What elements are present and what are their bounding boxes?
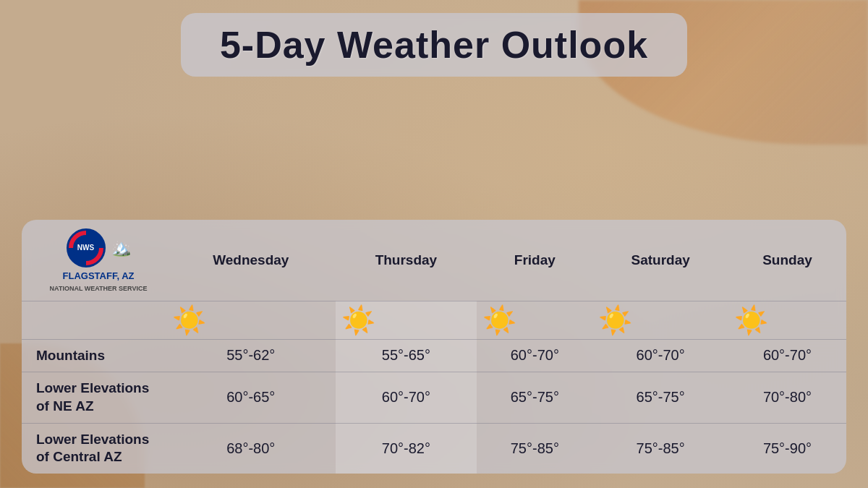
region-label: Lower Elevations of Central AZ: [22, 423, 166, 474]
temp-cell: 75°-85°: [592, 423, 728, 474]
temp-cell: 75°-90°: [728, 423, 846, 474]
nws-logo-circle: NWS: [67, 228, 106, 267]
header-thursday: Thursday: [336, 220, 477, 301]
table-row: Lower Elevations of Central AZ68°-80°70°…: [22, 423, 846, 474]
temp-cell: 70°-82°: [336, 423, 477, 474]
temp-cell: 70°-80°: [728, 372, 846, 423]
icon-sunday: ☀️: [728, 301, 846, 339]
weather-table: NWS 🏔️ FLAGSTAFF, AZ NATIONAL WEATHER SE…: [22, 220, 846, 474]
header-sunday: Sunday: [728, 220, 846, 301]
temp-cell: 60°-70°: [728, 339, 846, 372]
title-container: 5-Day Weather Outlook: [181, 13, 687, 77]
temp-cell: 65°-75°: [592, 372, 728, 423]
flagstaff-label: FLAGSTAFF, AZ: [63, 270, 135, 282]
temp-cell: 60°-70°: [336, 372, 477, 423]
mountain-icon: 🏔️: [111, 240, 131, 256]
header-saturday: Saturday: [592, 220, 728, 301]
temp-cell: 65°-75°: [477, 372, 592, 423]
logo-cell-header: NWS 🏔️ FLAGSTAFF, AZ NATIONAL WEATHER SE…: [22, 220, 166, 301]
table-body: Mountains55°-62°55°-65°60°-70°60°-70°60°…: [22, 339, 846, 474]
temp-cell: 60°-70°: [477, 339, 592, 372]
icon-thursday: ☀️: [336, 301, 477, 339]
day-header-row: NWS 🏔️ FLAGSTAFF, AZ NATIONAL WEATHER SE…: [22, 220, 846, 301]
page-title: 5-Day Weather Outlook: [210, 23, 658, 67]
weather-table-card: NWS 🏔️ FLAGSTAFF, AZ NATIONAL WEATHER SE…: [22, 220, 846, 474]
icon-saturday: ☀️: [592, 301, 728, 339]
temp-cell: 75°-85°: [477, 423, 592, 474]
temp-cell: 60°-70°: [592, 339, 728, 372]
logo-area: NWS 🏔️ FLAGSTAFF, AZ NATIONAL WEATHER SE…: [36, 228, 161, 292]
temp-cell: 68°-80°: [166, 423, 336, 474]
icon-friday: ☀️: [477, 301, 592, 339]
icon-label-cell: [22, 301, 166, 339]
temp-cell: 55°-62°: [166, 339, 336, 372]
temp-cell: 60°-65°: [166, 372, 336, 423]
nws-service-label: NATIONAL WEATHER SERVICE: [50, 285, 148, 292]
header-friday: Friday: [477, 220, 592, 301]
region-label: Lower Elevations of NE AZ: [22, 372, 166, 423]
table-row: Lower Elevations of NE AZ60°-65°60°-70°6…: [22, 372, 846, 423]
icon-row: ☀️ ☀️ ☀️ ☀️ ☀️: [22, 301, 846, 339]
region-label: Mountains: [22, 339, 166, 372]
icon-wednesday: ☀️: [166, 301, 336, 339]
temp-cell: 55°-65°: [336, 339, 477, 372]
table-row: Mountains55°-62°55°-65°60°-70°60°-70°60°…: [22, 339, 846, 372]
header-wednesday: Wednesday: [166, 220, 336, 301]
